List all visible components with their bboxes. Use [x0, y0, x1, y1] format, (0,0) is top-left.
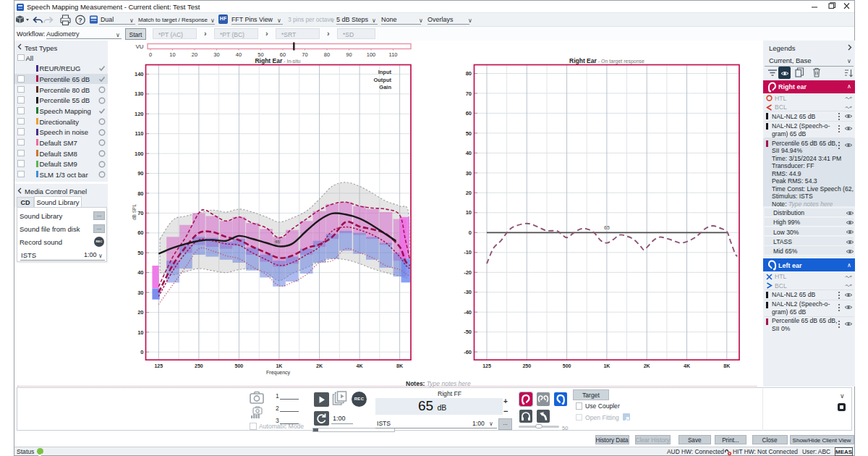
svg-text:70: 70: [466, 90, 472, 97]
svg-text:?: ?: [78, 17, 82, 24]
svg-text:65: 65: [604, 225, 610, 230]
svg-text:50: 50: [466, 130, 472, 137]
svg-text:130: 130: [135, 90, 144, 97]
svg-text:40: 40: [466, 150, 472, 156]
svg-text:4K: 4K: [684, 363, 690, 368]
svg-text:30: 30: [137, 290, 143, 296]
svg-text:10: 10: [466, 209, 472, 216]
svg-text:65: 65: [275, 240, 280, 244]
svg-text:2K: 2K: [644, 363, 650, 368]
svg-text:250: 250: [522, 363, 531, 368]
svg-text:20: 20: [192, 51, 197, 58]
svg-text:Input: Input: [378, 69, 392, 75]
svg-text:-10: -10: [464, 249, 472, 256]
svg-text:0: 0: [149, 51, 152, 58]
svg-text:0: 0: [140, 349, 143, 355]
svg-text:100: 100: [367, 51, 376, 58]
svg-text:10: 10: [137, 329, 143, 336]
svg-text:Frequency: Frequency: [266, 370, 291, 376]
svg-text:120: 120: [135, 111, 144, 117]
svg-text:10: 10: [169, 51, 175, 58]
svg-text:110: 110: [389, 51, 398, 58]
svg-text:20: 20: [137, 309, 143, 316]
svg-text:Right Ear - On target response: Right Ear - On target response: [569, 57, 644, 64]
svg-text:140: 140: [135, 71, 144, 77]
svg-text:8K: 8K: [396, 363, 403, 368]
svg-text:0: 0: [469, 229, 472, 236]
svg-text:Right Ear - In-situ: Right Ear - In-situ: [255, 57, 300, 64]
svg-text:50: 50: [137, 250, 143, 256]
svg-text:20: 20: [466, 190, 472, 196]
svg-text:1K: 1K: [276, 363, 282, 368]
svg-text:100: 100: [135, 151, 144, 157]
svg-text:30: 30: [466, 170, 472, 177]
svg-text:30: 30: [213, 51, 219, 58]
svg-text:70: 70: [137, 210, 143, 216]
svg-text:250: 250: [195, 363, 203, 368]
svg-text:500: 500: [563, 363, 571, 368]
svg-text:8K: 8K: [723, 363, 730, 368]
svg-text:80: 80: [137, 190, 143, 197]
svg-text:110: 110: [135, 130, 143, 137]
svg-text:70: 70: [302, 51, 307, 58]
svg-text:500: 500: [235, 363, 244, 368]
svg-text:VU: VU: [135, 43, 143, 50]
svg-text:-30: -30: [464, 289, 472, 295]
svg-text:Gain: Gain: [379, 84, 391, 90]
svg-text:60: 60: [137, 229, 143, 236]
svg-text:90: 90: [137, 170, 143, 177]
svg-text:80: 80: [324, 51, 330, 58]
svg-text:90: 90: [346, 51, 352, 58]
svg-text:-50: -50: [464, 329, 472, 335]
svg-text:2K: 2K: [316, 363, 323, 368]
svg-text:dB SPL: dB SPL: [132, 204, 137, 220]
svg-text:125: 125: [482, 363, 491, 368]
svg-text:4K: 4K: [357, 363, 363, 368]
svg-text:60: 60: [466, 110, 472, 117]
svg-text:40: 40: [236, 51, 242, 58]
svg-text:1K: 1K: [603, 363, 610, 368]
svg-text:-20: -20: [464, 269, 472, 276]
svg-text:-40: -40: [464, 309, 472, 316]
svg-text:-60: -60: [464, 349, 472, 355]
svg-text:Output: Output: [373, 77, 391, 83]
svg-text:40: 40: [137, 269, 143, 276]
svg-text:80: 80: [466, 70, 472, 77]
svg-text:125: 125: [154, 363, 163, 368]
